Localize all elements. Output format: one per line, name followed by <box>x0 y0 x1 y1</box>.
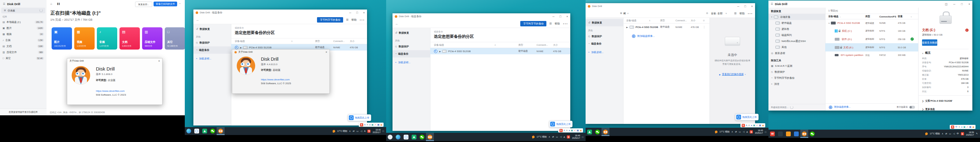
window-titlebar[interactable]: Disk Drill ─ □ × <box>585 3 755 9</box>
netdisk-upload-badge[interactable]: 拖拽至此上传 <box>549 121 573 128</box>
sogou-tray-icon[interactable]: S <box>750 130 753 133</box>
taskbar-disk-drill-icon[interactable] <box>426 133 434 141</box>
taskbar-app-green-icon[interactable] <box>410 133 418 141</box>
clock[interactable]: 18:462025/1/7 <box>572 134 580 139</box>
device-row-ssd[interactable]: ∨ PCIe-4 SSD 512GB 硬件磁盘 NVME 476 GB <box>825 19 918 27</box>
minimize-icon[interactable]: ─ <box>349 11 351 14</box>
partition-row-documents-e[interactable]: 文档 (E:) 逻辑卷标 NTFS 50.0 GB <box>825 43 918 52</box>
sidebar-item-pictures[interactable]: ▣ 图片 142K <box>0 25 46 31</box>
partition-row-efi[interactable]: EFI system partition 分区 FAT32 300 MB <box>825 52 918 59</box>
taskbar-wechat-icon[interactable] <box>209 127 216 135</box>
close-icon[interactable]: × <box>566 15 568 18</box>
sort-caret-icon[interactable]: ∧ <box>495 44 496 46</box>
tray-pen-icon[interactable]: ✎ <box>976 133 978 135</box>
clock[interactable]: 18:592025/1/7 <box>966 131 974 136</box>
tray-chevron-icon[interactable]: ∧ <box>549 136 550 138</box>
sidebar-item-data-protection[interactable]: ◇ 数据保护 <box>768 69 825 75</box>
sidebar-item-recent-sessions[interactable]: ◎ 最新进程 <box>768 50 825 56</box>
pause-icon[interactable]: ❚❚ <box>57 3 60 5</box>
parent-device-link[interactable]: › 父系'PCIe-4 SSD 512GB' <box>918 95 972 104</box>
sidebar-item-data-protection[interactable]: ◇ 数据保护 <box>393 43 430 50</box>
taskbar-app-blue-icon[interactable] <box>792 129 800 138</box>
expand-caret-icon[interactable]: ▶ <box>626 26 628 28</box>
tray-network-icon[interactable]: ⇄ <box>945 133 947 135</box>
sidebar-item-data-recovery[interactable]: ↺ 数据恢复 <box>585 19 623 26</box>
more-options-icon[interactable]: ⋯ <box>748 11 752 17</box>
home-icon[interactable]: ⌂ <box>50 2 52 5</box>
tile-documents[interactable]: ▤ 文档 3,831文件 <box>119 27 140 50</box>
sogou-input-toolbar[interactable]: S A✛♦ ▣✓▦◉ <box>740 123 765 128</box>
sidebar-item-audio[interactable]: ♪ 音频 1.5K <box>0 37 46 43</box>
taskbar-wechat-icon[interactable] <box>808 129 816 138</box>
help-button[interactable]: 帮助 <box>740 12 745 15</box>
tray-display-icon[interactable]: ▭ <box>739 131 741 133</box>
tray-volume-icon[interactable]: ◁ <box>743 131 744 133</box>
view-mode-toggle[interactable]: ⊞ 树 ∨ <box>620 12 628 15</box>
recover-all-button[interactable]: 恢复全部... <box>135 2 152 7</box>
col-device[interactable]: 设备/磁盘 <box>235 40 291 43</box>
sidebar-item-logical-volumes[interactable]: 逻辑卷 <box>768 26 825 32</box>
sogou-tray-icon[interactable]: S <box>567 135 570 139</box>
sidebar-item-others[interactable]: 其他 <box>768 44 825 50</box>
col-device[interactable]: 设备/磁盘 <box>626 19 649 22</box>
sogou-input-toolbar[interactable]: S A✛♦ ▣✓▦◉ <box>359 123 383 127</box>
close-icon[interactable]: × <box>158 59 160 63</box>
tray-volume-icon[interactable]: ◁ <box>360 130 362 133</box>
clock[interactable]: 18:452025/1/7 <box>755 129 763 134</box>
col-type[interactable]: 类型 <box>315 40 333 43</box>
radio-selected-icon[interactable] <box>235 46 238 49</box>
help-button[interactable]: 帮助 <box>352 18 356 22</box>
attach-disk-image-link[interactable]: 附加磁盘映像... <box>834 106 850 109</box>
sidebar-item-cleanup[interactable]: + 清理 <box>768 81 825 87</box>
back-icon[interactable]: ← <box>395 22 399 25</box>
sort-down-icon[interactable]: ↓ <box>840 15 865 18</box>
sidebar-item-data-protection[interactable]: ◇ 数据保护 <box>193 39 231 46</box>
partition-row-software-d[interactable]: 软件 (D:) 逻辑卷标 NTFS 256 GB ✓ <box>825 35 918 43</box>
sidebar-item-archives[interactable]: ▥ 压缩文件 989 <box>0 49 46 55</box>
search-lost-data-button[interactable]: 搜索丢失数据 <box>922 39 937 46</box>
tray-display-icon[interactable]: ▭ <box>356 130 359 133</box>
device-row[interactable]: ▶ PCIe-4 SSD 512GB 硬件磁盘 NVME 476 GB ⋮ <box>623 24 710 30</box>
overview-caret-icon[interactable]: ∨ <box>922 52 923 54</box>
tile-archives[interactable]: ▥ 压缩文件 989文件 <box>142 27 162 50</box>
maximize-icon[interactable]: □ <box>560 15 561 18</box>
taskbar-edge-icon[interactable] <box>394 133 402 141</box>
taskbar-disk-drill-icon[interactable] <box>800 129 808 138</box>
col-type[interactable]: 类型 <box>519 44 536 47</box>
taskbar-baidu-netdisk-icon[interactable] <box>402 133 410 141</box>
sidebar-item-disk-backup[interactable]: ◔ 磁盘备份 <box>193 46 231 54</box>
clock[interactable]: 18:462025/1/7 <box>372 129 380 134</box>
minimize-icon[interactable]: ─ <box>953 3 955 6</box>
byte-to-byte-backup-button[interactable]: 字节到字节的备份 <box>317 17 343 22</box>
col-type[interactable]: 类型 <box>660 19 675 22</box>
taskbar-edge-icon[interactable] <box>185 127 193 135</box>
ime-indicator[interactable]: A <box>364 130 366 132</box>
more-options-icon[interactable]: ⋯ <box>360 17 364 23</box>
ime-indicator[interactable]: A <box>746 131 748 133</box>
tray-volume-icon[interactable]: ◁ <box>953 133 955 135</box>
tile-audio[interactable]: ♪ 音频 1,474文件 <box>97 27 117 50</box>
load-process-link[interactable]: + 加载进程... <box>193 55 231 62</box>
window-titlebar[interactable]: ☰ Disk Drill ◫ ─ □ × <box>768 1 972 8</box>
sogou-input-toolbar[interactable]: S 中✛♦ ▣✓▦◉ <box>950 125 975 129</box>
notification-center-icon[interactable]: □ <box>582 136 583 138</box>
chevron-down-icon[interactable]: ∨ <box>771 16 772 18</box>
sidebar-item-documents[interactable]: ▤ 文档 3.8K <box>0 43 46 49</box>
sidebar-item-dashboard[interactable]: ⊞ 仪表板 <box>1 8 45 13</box>
taskbar-app-green-icon[interactable] <box>201 127 209 135</box>
tray-display-icon[interactable]: ▭ <box>949 133 951 135</box>
overflow-dash-icon[interactable]: – <box>179 2 181 5</box>
close-icon[interactable]: × <box>751 5 753 8</box>
weather-text[interactable]: 17°C 晴朗 <box>337 129 347 133</box>
tray-chevron-icon[interactable]: ∧ <box>732 131 733 133</box>
col-size[interactable]: 大小 <box>553 44 566 47</box>
maximize-icon[interactable]: □ <box>961 3 963 6</box>
minimize-icon[interactable]: ─ <box>737 5 739 8</box>
sidebar-item-data-recovery[interactable]: ↺ 数据恢复 <box>193 25 231 33</box>
show-in-explorer-button[interactable]: 在资源管理器中显示扫描结果 <box>0 108 46 115</box>
sidebar-item-disk-backup[interactable]: ◔ 磁盘备份 <box>393 50 430 57</box>
sogou-input-toolbar[interactable]: S A✛♦ ▣✓▦◉ <box>558 128 583 133</box>
sort-caret-icon[interactable]: ∧ <box>649 19 651 22</box>
expand-caret-icon[interactable]: ▶ <box>240 46 242 49</box>
hamburger-icon[interactable]: ☰ <box>771 3 773 5</box>
